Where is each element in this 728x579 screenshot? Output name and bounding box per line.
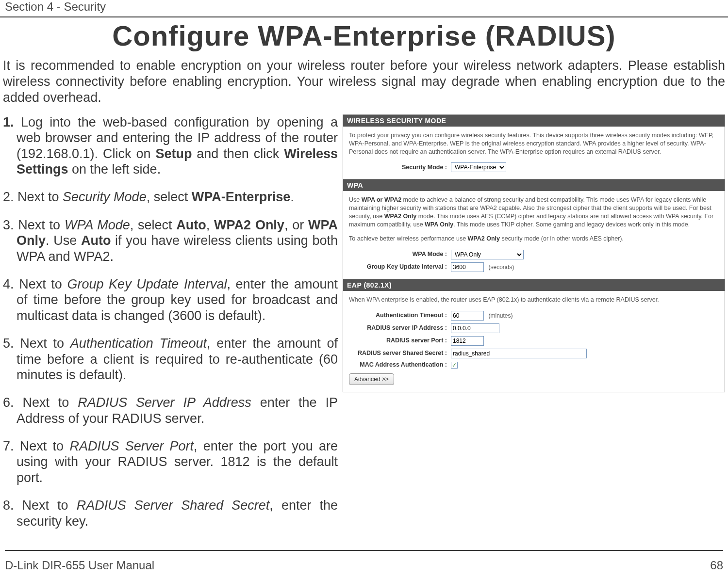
wpa-description-1: Use WPA or WPA2 mode to achieve a balanc… bbox=[349, 196, 719, 229]
group-key-interval-label: Group Key Update Interval : bbox=[349, 264, 451, 271]
divider-bottom bbox=[5, 550, 723, 551]
wpa-title: WPA bbox=[343, 179, 725, 191]
mac-auth-checkbox[interactable]: ✓ bbox=[451, 362, 458, 369]
footer-manual-name: D-Link DIR-655 User Manual bbox=[5, 559, 154, 572]
section-header: Section 4 - Security bbox=[0, 0, 728, 16]
step-8: 8. Next to RADIUS Server Shared Secret, … bbox=[3, 498, 338, 529]
wpa-description-2: To achieve better wireless performance u… bbox=[349, 235, 719, 243]
instruction-steps: 1. Log into the web-based configuration … bbox=[3, 114, 338, 541]
wpa-mode-label: WPA Mode : bbox=[349, 251, 451, 258]
radius-secret-input[interactable] bbox=[451, 349, 587, 358]
intro-paragraph: It is recommended to enable encryption o… bbox=[0, 58, 728, 114]
radius-secret-label: RADIUS server Shared Secret : bbox=[349, 350, 451, 357]
step-1: 1. Log into the web-based configuration … bbox=[3, 114, 338, 177]
eap-section: EAP (802.1X) When WPA enterprise is enab… bbox=[343, 279, 725, 392]
footer-page-number: 68 bbox=[710, 559, 723, 572]
wsm-description: To protect your privacy you can configur… bbox=[349, 131, 719, 156]
wireless-security-mode-section: WIRELESS SECURITY MODE To protect your p… bbox=[343, 115, 725, 180]
step-6: 6. Next to RADIUS Server IP Address ente… bbox=[3, 395, 338, 426]
security-mode-select[interactable]: WPA-Enterprise bbox=[451, 162, 506, 172]
router-config-screenshot: WIRELESS SECURITY MODE To protect your p… bbox=[343, 114, 725, 392]
wpa-mode-select[interactable]: WPA Only bbox=[451, 250, 524, 259]
group-key-interval-input[interactable] bbox=[451, 262, 484, 272]
auth-timeout-suffix: (minutes) bbox=[488, 312, 513, 319]
step-2: 2. Next to Security Mode, select WPA-Ent… bbox=[3, 189, 338, 205]
radius-port-label: RADIUS server Port : bbox=[349, 338, 451, 344]
step-3: 3. Next to WPA Mode, select Auto, WPA2 O… bbox=[3, 217, 338, 264]
wpa-section: WPA Use WPA or WPA2 mode to achieve a ba… bbox=[343, 179, 725, 279]
advanced-button[interactable]: Advanced >> bbox=[349, 373, 394, 385]
auth-timeout-input[interactable] bbox=[451, 311, 484, 321]
step-7: 7. Next to RADIUS Server Port, enter the… bbox=[3, 438, 338, 485]
divider-top bbox=[0, 16, 728, 17]
page-title: Configure WPA-Enterprise (RADIUS) bbox=[0, 19, 728, 52]
security-mode-label: Security Mode : bbox=[349, 164, 451, 171]
radius-ip-label: RADIUS server IP Address : bbox=[349, 325, 451, 332]
step-5: 5. Next to Authentication Timeout, enter… bbox=[3, 336, 338, 383]
wsm-title: WIRELESS SECURITY MODE bbox=[343, 115, 725, 127]
step-4: 4. Next to Group Key Update Interval, en… bbox=[3, 276, 338, 323]
radius-ip-input[interactable] bbox=[451, 323, 499, 333]
radius-port-input[interactable] bbox=[451, 336, 484, 346]
mac-auth-label: MAC Address Authentication : bbox=[349, 362, 451, 369]
group-key-interval-suffix: (seconds) bbox=[488, 264, 514, 271]
auth-timeout-label: Authentication Timeout : bbox=[349, 312, 451, 319]
eap-title: EAP (802.1X) bbox=[343, 279, 725, 291]
eap-description: When WPA enterprise is enabled, the rout… bbox=[349, 296, 719, 304]
